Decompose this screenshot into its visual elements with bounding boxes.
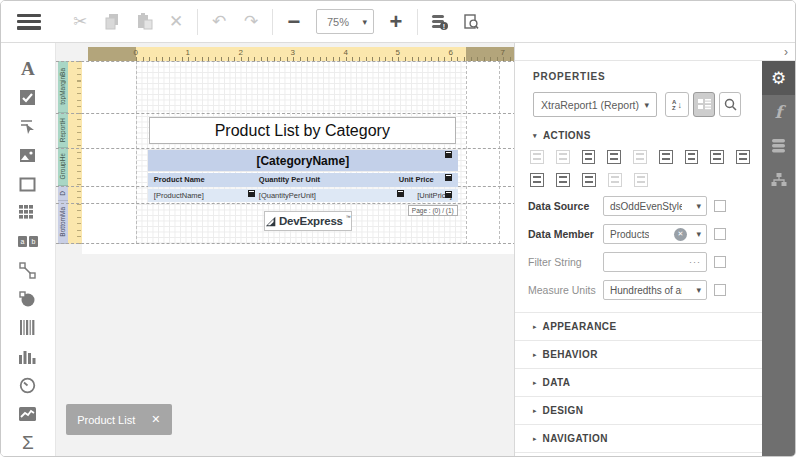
- document-tab-label: Product List: [77, 414, 135, 426]
- section-appearance[interactable]: ▸APPEARANCE: [515, 312, 762, 340]
- category-view-button[interactable]: [693, 92, 715, 117]
- summary-tool-icon[interactable]: Σ: [13, 429, 43, 457]
- property-checkbox[interactable]: [714, 228, 726, 240]
- sort-alphabetical-button[interactable]: AZ ↓: [665, 92, 689, 117]
- tab-report-explorer[interactable]: [762, 163, 795, 197]
- smart-tag-icon[interactable]: [445, 151, 452, 158]
- search-button[interactable]: [719, 92, 741, 117]
- chevron-right-icon: ▸: [533, 351, 537, 359]
- document-tab-product-list[interactable]: Product List ✕: [66, 404, 172, 435]
- copy-icon[interactable]: [96, 7, 128, 37]
- validate-bindings-icon[interactable]: !: [423, 7, 455, 37]
- menu-icon[interactable]: [17, 14, 41, 30]
- layout-action-icon[interactable]: [582, 150, 596, 164]
- band-report-header[interactable]: ReportH: [58, 113, 68, 148]
- smart-tag-icon[interactable]: [445, 191, 452, 198]
- chart-tool-icon[interactable]: [13, 343, 43, 371]
- panel-tool-icon[interactable]: [13, 170, 43, 198]
- layout-action-icon[interactable]: [582, 173, 596, 187]
- band-top-margin[interactable]: topMarginBa: [58, 61, 68, 113]
- band-detail[interactable]: D: [58, 186, 68, 201]
- section-page-settings[interactable]: ▸PAGE SETTINGS: [515, 452, 762, 457]
- detail-field: [ProductName]: [154, 189, 204, 202]
- report-title-label[interactable]: Product List by Category: [149, 117, 456, 144]
- category-name-field[interactable]: [CategoryName]: [148, 150, 458, 171]
- filter-string-input[interactable]: ···: [603, 252, 707, 272]
- property-row-data-member: Data Member Products ✕ ▾: [528, 224, 762, 244]
- layout-action-icon[interactable]: [685, 150, 699, 164]
- section-navigation[interactable]: ▸NAVIGATION: [515, 424, 762, 452]
- chevron-right-icon: ▸: [533, 323, 537, 331]
- data-source-dropdown[interactable]: dsOddEvenStyles1 ▾: [603, 196, 707, 216]
- tab-expressions[interactable]: f: [762, 95, 795, 129]
- smart-tag-icon[interactable]: [397, 190, 404, 197]
- undo-icon[interactable]: ↶: [203, 7, 235, 37]
- barcode-tool-icon[interactable]: [13, 314, 43, 342]
- picture-box-tool-icon[interactable]: [13, 141, 43, 169]
- property-label: Filter String: [528, 256, 603, 268]
- chevron-right-icon: ▸: [533, 379, 537, 387]
- shape-tool-icon[interactable]: [13, 285, 43, 313]
- horizontal-ruler: 0 1 2 3 4 5 6 7: [88, 47, 514, 61]
- actions-section-header[interactable]: ▾ ACTIONS: [533, 130, 762, 141]
- band-group-header[interactable]: GroupHe: [58, 148, 68, 186]
- preview-icon[interactable]: [455, 7, 487, 37]
- redo-icon[interactable]: ↷: [235, 7, 267, 37]
- rich-text-tool-icon[interactable]: [13, 113, 43, 141]
- layout-action-icon[interactable]: [530, 173, 544, 187]
- close-icon[interactable]: ✕: [151, 413, 160, 426]
- top-toolbar: ✂ ✕ ↶ ↷ − 75% ▾ + !: [1, 1, 795, 43]
- layout-action-icon[interactable]: [607, 150, 621, 164]
- smart-tag-icon[interactable]: [248, 190, 255, 197]
- property-checkbox[interactable]: [714, 256, 726, 268]
- column-header: Quantity Per Unit: [259, 173, 320, 187]
- layout-action-icon[interactable]: [556, 173, 570, 187]
- field-list-icon: [771, 139, 786, 153]
- delete-icon[interactable]: ✕: [160, 7, 192, 37]
- vertical-ruler: [68, 61, 82, 244]
- chevron-down-icon: ▾: [362, 17, 367, 27]
- column-header-row[interactable]: Product Name Quantity Per Unit Unit Pric…: [148, 173, 458, 187]
- chevron-down-icon: ▾: [696, 229, 701, 239]
- ellipsis-icon[interactable]: ···: [689, 257, 701, 267]
- cut-icon[interactable]: ✂: [64, 7, 96, 37]
- clear-value-icon[interactable]: ✕: [674, 228, 687, 241]
- label-tool-icon[interactable]: A: [13, 55, 43, 83]
- section-behavior[interactable]: ▸BEHAVIOR: [515, 340, 762, 368]
- report-page[interactable]: Product List by Category [CategoryName] …: [82, 61, 514, 244]
- gauge-tool-icon[interactable]: [13, 372, 43, 400]
- zoom-level-select[interactable]: 75% ▾: [316, 9, 374, 34]
- layout-action-icon[interactable]: [736, 150, 750, 164]
- layout-action-icon: [530, 150, 544, 164]
- check-box-tool-icon[interactable]: [13, 84, 43, 112]
- page-info-field[interactable]: Page : (0) / (1): [408, 205, 458, 216]
- smart-tag-icon[interactable]: [445, 174, 452, 181]
- actions-icon-grid: [530, 150, 762, 187]
- layout-action-icon[interactable]: [710, 150, 724, 164]
- line-tool-icon[interactable]: [13, 256, 43, 284]
- tab-properties[interactable]: ⚙: [762, 61, 795, 95]
- character-comb-tool-icon[interactable]: ab: [13, 228, 43, 256]
- section-data[interactable]: ▸DATA: [515, 368, 762, 396]
- zoom-in-button[interactable]: +: [380, 7, 412, 37]
- property-checkbox[interactable]: [714, 284, 726, 296]
- panel-collapse-bar: ›: [515, 43, 795, 61]
- section-design[interactable]: ▸DESIGN: [515, 396, 762, 424]
- band-bottom-margin[interactable]: BottomMa: [58, 201, 68, 244]
- layout-action-icon: [633, 150, 647, 164]
- tab-field-list[interactable]: [762, 129, 795, 163]
- devexpress-logo[interactable]: DevExpress ™: [264, 211, 352, 231]
- design-surface: 0 1 2 3 4 5 6 7 topMarginBa ReportH Grou…: [56, 43, 514, 457]
- control-toolbox: A ab: [1, 43, 56, 457]
- detail-row[interactable]: [ProductName] [QuantityPerUnit] [UnitPri…: [148, 189, 458, 202]
- data-member-dropdown[interactable]: Products ✕ ▾: [603, 224, 707, 244]
- zoom-out-button[interactable]: −: [278, 7, 310, 37]
- table-tool-icon[interactable]: [13, 199, 43, 227]
- paste-icon[interactable]: [128, 7, 160, 37]
- property-checkbox[interactable]: [714, 200, 726, 212]
- collapse-panel-icon[interactable]: ›: [784, 46, 788, 58]
- layout-action-icon[interactable]: [659, 150, 673, 164]
- sparkline-tool-icon[interactable]: [13, 400, 43, 428]
- selected-object-dropdown[interactable]: XtraReport1 (Report) ▾: [533, 92, 657, 117]
- measure-units-dropdown[interactable]: Hundredths of an Inch ▾: [603, 280, 707, 300]
